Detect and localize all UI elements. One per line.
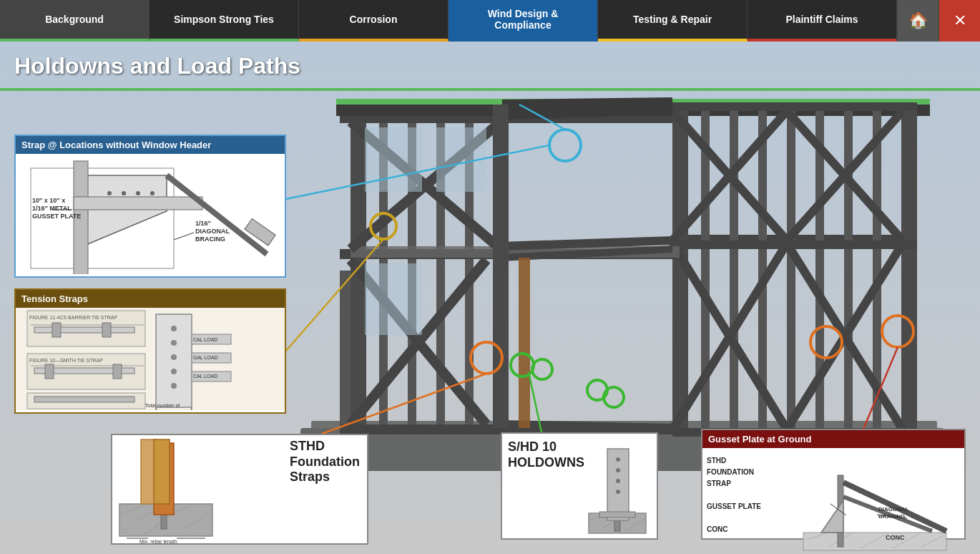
strap-diagram: 10″ x 10″ x 1/16″ METAL GUSSET PLATE 1/1… bbox=[24, 154, 278, 274]
page-title: Holdowns and Load Paths bbox=[14, 53, 300, 79]
svg-text:Total number of: Total number of bbox=[145, 403, 180, 408]
strap-locations-box: Strap @ Locations without Window Header bbox=[14, 135, 286, 278]
svg-marker-83 bbox=[81, 175, 167, 247]
sthd-label: STHD Foundation Straps bbox=[290, 439, 360, 485]
gusset-plate-box: Gusset Plate at Ground STHDFOUNDATIONSTR… bbox=[701, 429, 966, 540]
tab-corrosion[interactable]: Corrosion bbox=[299, 0, 449, 42]
svg-rect-40 bbox=[701, 106, 710, 246]
gusset-box-title: Gusset Plate at Ground bbox=[702, 430, 964, 448]
gusset-diagram: CONC DIAGONAL BRACING bbox=[782, 468, 961, 554]
shd-diagram bbox=[582, 434, 653, 535]
svg-text:1/16″ METAL: 1/16″ METAL bbox=[32, 205, 72, 212]
sthd-foundation-box: Min. rebar length STHD Foundation Straps bbox=[111, 434, 368, 545]
svg-rect-160 bbox=[803, 533, 946, 550]
svg-rect-42 bbox=[758, 106, 767, 246]
tab-plaintiff[interactable]: Plaintiff Claims bbox=[748, 0, 897, 42]
svg-point-156 bbox=[616, 468, 620, 472]
svg-point-157 bbox=[616, 479, 620, 483]
svg-rect-64 bbox=[365, 127, 422, 192]
close-icon: ✕ bbox=[954, 11, 966, 30]
svg-line-57 bbox=[502, 102, 672, 105]
tension-diagram: FIGURE 11-4CS BARRIER TIE STRAP FIGURE 1… bbox=[24, 308, 278, 410]
svg-rect-106 bbox=[52, 323, 61, 337]
svg-text:CAL LOAD: CAL LOAD bbox=[193, 337, 217, 342]
svg-rect-66 bbox=[365, 263, 422, 335]
home-button[interactable]: 🏠 bbox=[897, 0, 939, 42]
main-content: Holdowns and Load Paths bbox=[0, 42, 980, 554]
svg-point-120 bbox=[171, 369, 177, 374]
svg-text:1/16″: 1/16″ bbox=[195, 220, 212, 227]
svg-rect-19 bbox=[815, 238, 824, 428]
svg-point-119 bbox=[171, 354, 177, 360]
svg-text:DIAGONAL: DIAGONAL bbox=[878, 506, 909, 512]
svg-rect-44 bbox=[815, 106, 824, 246]
svg-text:FIGURE 10—SMITH TIE STRAP: FIGURE 10—SMITH TIE STRAP bbox=[29, 358, 103, 363]
svg-rect-113 bbox=[113, 364, 122, 379]
svg-text:GAL LOAD: GAL LOAD bbox=[193, 355, 218, 360]
svg-point-86 bbox=[136, 191, 140, 195]
svg-text:BRACING: BRACING bbox=[195, 235, 225, 243]
gusset-box-content: STHDFOUNDATIONSTRAP GUSSET PLATE CONC bbox=[702, 448, 964, 536]
svg-rect-48 bbox=[672, 102, 917, 111]
svg-rect-49 bbox=[672, 240, 917, 249]
svg-rect-15 bbox=[701, 238, 710, 428]
svg-text:Min. rebar length: Min. rebar length bbox=[139, 539, 177, 543]
home-icon: 🏠 bbox=[908, 11, 928, 30]
tab-testing[interactable]: Testing & Repair bbox=[598, 0, 748, 42]
navigation-bar: Background Simpson Strong Ties Corrosion… bbox=[0, 0, 980, 42]
shd-holdowns-box: S/HD 10 HOLDOWNS bbox=[501, 432, 658, 540]
svg-rect-18 bbox=[787, 238, 795, 428]
svg-text:DIAGONAL: DIAGONAL bbox=[195, 228, 230, 235]
svg-point-118 bbox=[171, 340, 177, 346]
svg-point-85 bbox=[122, 191, 126, 195]
svg-line-59 bbox=[501, 240, 672, 246]
green-accent-line bbox=[0, 88, 980, 91]
svg-text:FIGURE 11-4CS BARRIER TIE STRA: FIGURE 11-4CS BARRIER TIE STRAP bbox=[29, 315, 118, 320]
svg-text:CONC: CONC bbox=[886, 534, 905, 541]
strap-box-title: Strap @ Locations without Window Header bbox=[16, 136, 285, 154]
svg-rect-105 bbox=[34, 327, 134, 333]
svg-rect-115 bbox=[34, 397, 134, 402]
tension-box-content: FIGURE 11-4CS BARRIER TIE STRAP FIGURE 1… bbox=[16, 308, 285, 410]
svg-rect-91 bbox=[74, 197, 202, 210]
tension-box-title: Tension Straps bbox=[16, 290, 285, 308]
svg-text:GUSSET PLATE: GUSSET PLATE bbox=[32, 213, 81, 220]
svg-rect-7 bbox=[436, 253, 445, 428]
gusset-text-labels: STHDFOUNDATIONSTRAP GUSSET PLATE CONC bbox=[707, 452, 761, 535]
svg-point-84 bbox=[107, 191, 112, 195]
svg-text:10″ x 10″ x: 10″ x 10″ x bbox=[32, 197, 65, 204]
svg-text:CAL LOAD: CAL LOAD bbox=[193, 374, 217, 379]
svg-point-158 bbox=[616, 490, 620, 494]
tension-straps-box: Tension Straps FIGURE 11-4CS BARRIER TIE… bbox=[14, 288, 286, 414]
tab-simpson[interactable]: Simpson Strong Ties bbox=[150, 0, 299, 42]
sthd-diagram: Min. rebar length bbox=[112, 432, 223, 543]
svg-rect-112 bbox=[45, 364, 54, 379]
tab-background[interactable]: Background bbox=[0, 0, 150, 42]
strap-box-content: 10″ x 10″ x 1/16″ METAL GUSSET PLATE 1/1… bbox=[16, 154, 285, 274]
close-button[interactable]: ✕ bbox=[939, 0, 980, 42]
svg-point-155 bbox=[616, 457, 620, 462]
tab-wind-design[interactable]: Wind Design &Compliance bbox=[449, 0, 598, 42]
svg-point-87 bbox=[150, 191, 155, 195]
shd-label: S/HD 10 HOLDOWNS bbox=[508, 439, 584, 470]
svg-rect-46 bbox=[873, 106, 881, 246]
svg-rect-107 bbox=[102, 323, 111, 337]
svg-line-58 bbox=[501, 111, 672, 116]
svg-rect-47 bbox=[901, 102, 917, 246]
svg-line-101 bbox=[174, 233, 194, 240]
svg-point-117 bbox=[171, 326, 177, 331]
svg-point-121 bbox=[171, 383, 177, 389]
svg-rect-145 bbox=[154, 439, 170, 504]
svg-rect-63 bbox=[519, 258, 530, 428]
svg-rect-159 bbox=[599, 512, 635, 517]
svg-rect-43 bbox=[787, 106, 795, 246]
